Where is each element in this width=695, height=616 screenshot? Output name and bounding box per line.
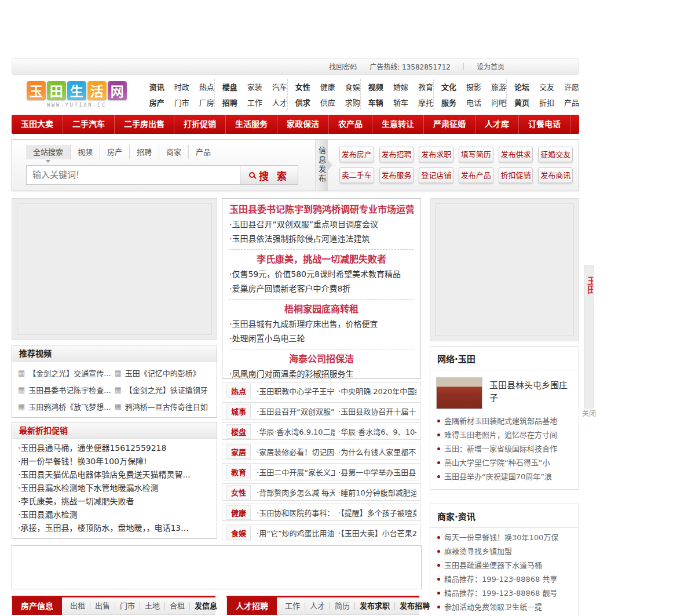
estate-link[interactable]: 出租 (65, 602, 90, 610)
nav-item[interactable]: 论坛 (514, 81, 529, 92)
category-link[interactable]: ·中央明确 2020年中国经 (338, 385, 416, 396)
nav-item[interactable]: 食娱 (345, 81, 360, 92)
video-item[interactable]: ▦玉田《记忆中的彭桥》 (115, 367, 211, 378)
discount-item[interactable]: ·用一份早餐钱！换30年100万保障! (18, 455, 211, 468)
site-logo[interactable]: 玉 田 生 活 网 WWW.YUTIAN.CC (12, 81, 142, 108)
news-item[interactable]: ·爱巢房产回馈新老客户中介费8折 (229, 282, 414, 296)
network-item[interactable]: 玉田：新增一家省级国际科技合作 (436, 442, 573, 456)
channel-item[interactable]: 生意转让 (372, 115, 424, 134)
discount-item[interactable]: ·玉田县漏水检测地下水管地暖漏水检测 (18, 482, 211, 495)
video-item[interactable]: ▦玉田县委书记陈宇检查... (18, 384, 115, 395)
info-publish-tab[interactable]: 信息发布 (315, 140, 328, 191)
nav-item[interactable]: 问吧 (491, 97, 506, 108)
nav-item[interactable]: 车辆 (368, 97, 383, 108)
nav-item[interactable]: 厂房 (199, 97, 214, 108)
business-item[interactable]: 精品推荐：199-123-88868 靓号 (436, 586, 573, 600)
dating-button[interactable]: 征婚交友 (538, 147, 573, 162)
nav-item[interactable]: 资讯 (149, 81, 164, 92)
estate-link[interactable]: 合租 (164, 602, 189, 610)
nav-item[interactable]: 招聘 (222, 97, 237, 108)
search-button[interactable]: 搜 索 (240, 165, 298, 185)
category-label[interactable]: 家居 (226, 444, 251, 459)
search-input[interactable] (26, 165, 240, 185)
category-link[interactable]: ·县第一中学举办玉田县2 (338, 466, 416, 478)
jobs-post-wanted-link[interactable]: 发布求职 (354, 602, 394, 610)
nav-item[interactable]: 文化 (441, 81, 456, 92)
news-item[interactable]: ·玉田县依法强制拆除侵占河道违法建筑 (229, 232, 414, 246)
search-tab-house[interactable]: 房产 (100, 145, 129, 159)
jobs-link[interactable]: 工作 (280, 602, 305, 610)
category-link[interactable]: ·睡前10分钟腹部减肥运动 (338, 487, 416, 498)
business-item[interactable]: 参加活动免费领取卫生纸一提 (436, 600, 573, 614)
search-tab-jobs[interactable]: 招聘 (129, 145, 159, 159)
nav-item[interactable]: 供求 (295, 97, 310, 108)
estate-post-link[interactable]: 发信息 (189, 602, 222, 610)
category-link[interactable]: ·玉田县政协召开十届十二 (338, 406, 416, 417)
category-label[interactable]: 城事 (226, 404, 251, 418)
category-label[interactable]: 热点 (226, 384, 251, 398)
search-tab-shops[interactable]: 商家 (159, 145, 188, 159)
jobs-link[interactable]: 简历 (330, 602, 354, 610)
jobs-link[interactable]: 人才 (305, 602, 330, 610)
news-item[interactable]: ·玉田县召开“双创双服”重点项目调度会议 (229, 217, 414, 232)
estate-tab-title[interactable]: 房产信息 (12, 597, 62, 615)
nav-item[interactable]: 汽车 (272, 81, 287, 92)
sell-car-button[interactable]: 卖二手车 (339, 167, 374, 183)
feature-title[interactable]: 玉田县林头屯乡围庄子 (489, 377, 573, 409)
discount-item[interactable]: ·玉田县天猫优品电器体验店免费送天猫精灵智... (18, 468, 211, 482)
category-link[interactable]: ·华辰·香水湾6、9、10— (338, 426, 416, 437)
network-item[interactable]: 玉田县举办“庆祝建国70周年”浪 (436, 470, 573, 484)
search-tab-all[interactable]: 全站搜索 (26, 145, 70, 159)
channel-item[interactable]: 严肃征婚 (424, 115, 475, 134)
category-link[interactable]: ·玉田职教中心学子王宁回 (257, 385, 335, 396)
category-link[interactable]: ·【玉田大卖】小台芒果2 (338, 527, 416, 538)
category-label[interactable]: 楼盘 (226, 424, 251, 439)
channel-item[interactable]: 玉田大卖 (12, 115, 63, 134)
nav-item[interactable]: 摄影 (466, 81, 481, 92)
nav-item[interactable]: 热点 (199, 81, 214, 92)
category-link[interactable]: ·家居装修必看！切记因小 (257, 446, 335, 457)
channel-item[interactable]: 人才库 (475, 115, 519, 134)
channel-item[interactable]: 打折促销 (174, 115, 226, 134)
publish-jobwanted-button[interactable]: 发布求职 (419, 147, 453, 162)
nav-item[interactable]: 家装 (247, 81, 262, 92)
video-item[interactable]: ▦玉田鸦鸿桥《放飞梦想... (18, 401, 115, 412)
floating-close-button[interactable]: 关闭 (582, 408, 599, 418)
nav-item[interactable]: 黄页 (514, 97, 529, 108)
nav-item[interactable]: 女性 (295, 81, 310, 92)
nav-item[interactable]: 轿车 (393, 97, 408, 108)
business-item[interactable]: 玉田县疏通坐便器下水道马桶 (436, 559, 573, 573)
nav-item[interactable]: 健康 (320, 81, 335, 92)
category-link[interactable]: ·华辰·香水湾6.9.10二层 (257, 426, 335, 437)
network-item[interactable]: 燕山大学里仁学院“种石得玉”小 (436, 456, 573, 470)
nav-item[interactable]: 视频 (368, 81, 383, 92)
discount-item[interactable]: ·李氏康美，挑战一切减肥失败者 (18, 495, 211, 508)
publish-service-button[interactable]: 发布服务 (379, 167, 414, 183)
estate-link[interactable]: 出售 (90, 602, 115, 610)
category-link[interactable]: ·背部赘肉多怎么减 每天 (257, 487, 335, 498)
nav-item[interactable]: 工作 (247, 97, 262, 108)
recover-password-link[interactable]: 找回密码 (329, 61, 357, 71)
nav-item[interactable]: 旅游 (491, 81, 506, 92)
category-link[interactable]: ·为什么有钱人家里都不会 (338, 446, 416, 457)
jobs-tab-title[interactable]: 人才招聘 (227, 597, 277, 615)
nav-item[interactable]: 折扣 (539, 97, 554, 108)
nav-item[interactable]: 产品 (564, 97, 579, 108)
news-headline[interactable]: 玉田县委书记陈宇到鸦鸿桥调研专业市场运营 (229, 202, 414, 217)
publish-bizinfo-button[interactable]: 发布商讯 (538, 167, 573, 183)
publish-supply-button[interactable]: 发布供求 (499, 147, 533, 162)
publish-product-button[interactable]: 发布产品 (459, 167, 493, 183)
search-tab-video[interactable]: 视频 (70, 145, 100, 159)
set-homepage-link[interactable]: 设为首页 (477, 61, 504, 71)
category-link[interactable]: ·玉田协和医院药事科：儿 (257, 507, 335, 518)
channel-item[interactable]: 订餐电话 (519, 115, 570, 134)
nav-item[interactable]: 服务 (441, 97, 456, 108)
discount-item[interactable]: ·承接，玉田县，楼顶防水，盘地暖，，电话13... (18, 522, 211, 535)
video-item[interactable]: ▦【金剑之光】铁证撬钢牙 (115, 384, 211, 395)
nav-item[interactable]: 求购 (345, 97, 360, 108)
discount-promo-button[interactable]: 折扣促销 (499, 167, 533, 183)
nav-item[interactable]: 摩托 (418, 97, 433, 108)
news-item[interactable]: ·凤凰南门对面温柔的彩椒招服务生 (229, 367, 414, 379)
nav-item[interactable]: 许愿 (564, 81, 579, 92)
feature-thumbnail[interactable] (436, 377, 482, 409)
